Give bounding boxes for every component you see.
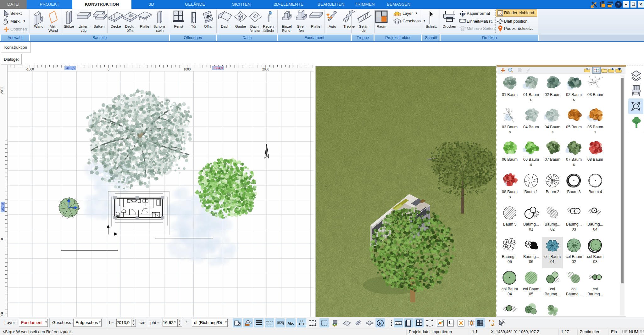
svg-text:-1000: -1000 — [0, 312, 4, 317]
svg-text:-1000: -1000 — [26, 68, 34, 71]
svg-text:0: 0 — [0, 238, 4, 240]
svg-text:1,2: 1,2 — [300, 320, 303, 323]
svg-text:0: 0 — [108, 68, 109, 71]
svg-text:?: ? — [617, 2, 620, 7]
svg-text:2000: 2000 — [0, 87, 4, 94]
svg-text:Abc: Abc — [288, 321, 294, 325]
svg-text:1000: 1000 — [184, 68, 191, 71]
svg-text:N: N — [379, 321, 382, 326]
svg-text:ROOM: ROOM — [277, 322, 284, 324]
svg-text:2000: 2000 — [262, 68, 269, 71]
